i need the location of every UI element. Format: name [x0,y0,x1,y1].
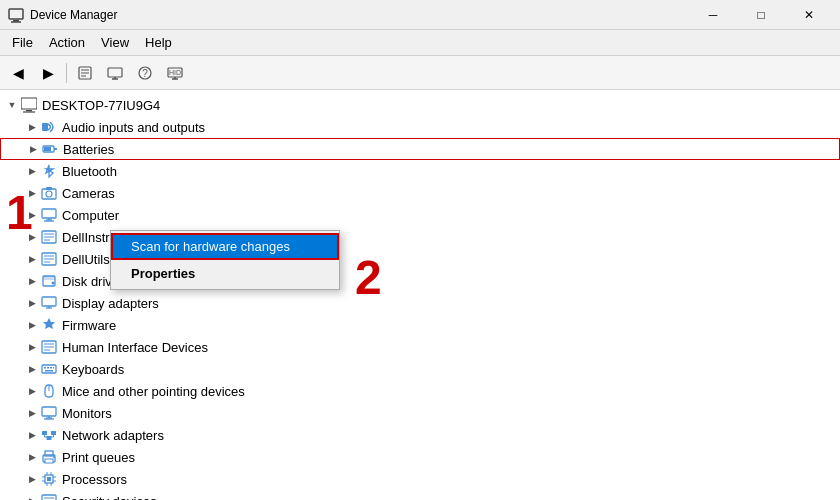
svg-rect-21 [54,148,57,150]
display-icon [40,294,58,312]
svg-rect-22 [44,147,51,151]
svg-rect-19 [42,123,48,131]
help-button[interactable]: ? [131,60,159,86]
bluetooth-label: Bluetooth [62,164,117,179]
svg-text:?: ? [142,68,148,79]
svg-rect-17 [26,110,32,111]
menu-help[interactable]: Help [137,32,180,53]
expand-firmware[interactable]: ▶ [24,317,40,333]
expand-monitors[interactable]: ▶ [24,405,40,421]
svg-rect-26 [42,209,56,218]
expand-audio[interactable]: ▶ [24,119,40,135]
svg-rect-41 [42,297,56,306]
expand-root[interactable]: ▼ [4,97,20,113]
context-menu-scan[interactable]: Scan for hardware changes [111,233,339,260]
processor-icon [40,470,58,488]
tree-item-mice[interactable]: ▶ Mice and other pointing devices [0,380,840,402]
context-menu: Scan for hardware changes Properties [110,230,340,290]
root-label: DESKTOP-77IU9G4 [42,98,160,113]
camera-icon [40,184,58,202]
tree-item-computer[interactable]: ▶ Computer [0,204,840,226]
tree-item-batteries[interactable]: ▶ Batteries [0,138,840,160]
audio-icon [40,118,58,136]
svg-rect-59 [42,431,47,435]
svg-rect-71 [47,477,51,481]
svg-rect-51 [50,367,52,369]
tree-item-monitors[interactable]: ▶ Monitors [0,402,840,424]
svg-rect-49 [44,367,46,369]
maximize-button[interactable]: □ [738,0,784,30]
menu-bar: File Action View Help [0,30,840,56]
firmware-icon [40,316,58,334]
svg-text:HID: HID [169,69,181,76]
keyboards-label: Keyboards [62,362,124,377]
properties-button[interactable] [71,60,99,86]
tree-item-hid[interactable]: ▶ Human Interface Devices [0,336,840,358]
update-driver-button[interactable] [101,60,129,86]
tree-item-audio[interactable]: ▶ Audio inputs and outputs [0,116,840,138]
keyboard-icon [40,360,58,378]
expand-delinst[interactable]: ▶ [24,229,40,245]
minimize-button[interactable]: ─ [690,0,736,30]
main-area: 1 ▼ DESKTOP-77IU9G4 ▶ [0,90,840,500]
network-label: Network adapters [62,428,164,443]
mouse-icon [40,382,58,400]
tree-item-processors[interactable]: ▶ Processors [0,468,840,490]
monitor-icon [40,404,58,422]
svg-rect-52 [53,367,54,369]
show-hidden-button[interactable]: HID [161,60,189,86]
svg-rect-39 [43,276,55,280]
tree-item-print[interactable]: ▶ Print queues [0,446,840,468]
security-icon [40,492,58,500]
expand-keyboards[interactable]: ▶ [24,361,40,377]
menu-view[interactable]: View [93,32,137,53]
tree-item-security[interactable]: ▶ Security devices [0,490,840,500]
monitors-label: Monitors [62,406,112,421]
expand-network[interactable]: ▶ [24,427,40,443]
computer-label: Computer [62,208,119,223]
tree-root[interactable]: ▼ DESKTOP-77IU9G4 [0,94,840,116]
svg-point-40 [52,282,55,285]
delinst-icon [40,228,58,246]
dellutils-label: DellUtils [62,252,110,267]
expand-security[interactable]: ▶ [24,493,40,500]
expand-hid[interactable]: ▶ [24,339,40,355]
bluetooth-icon [40,162,58,180]
tree-item-network[interactable]: ▶ Network adapters [0,424,840,446]
expand-display[interactable]: ▶ [24,295,40,311]
close-button[interactable]: ✕ [786,0,832,30]
context-menu-properties[interactable]: Properties [111,260,339,287]
network-icon [40,426,58,444]
firmware-label: Firmware [62,318,116,333]
computer-icon [20,96,38,114]
device-tree[interactable]: 1 ▼ DESKTOP-77IU9G4 ▶ [0,90,840,500]
expand-dellutils[interactable]: ▶ [24,251,40,267]
menu-action[interactable]: Action [41,32,93,53]
expand-bluetooth[interactable]: ▶ [24,163,40,179]
tree-item-display[interactable]: ▶ Display adapters [0,292,840,314]
tree-item-bluetooth[interactable]: ▶ Bluetooth [0,160,840,182]
hid-label: Human Interface Devices [62,340,208,355]
expand-mice[interactable]: ▶ [24,383,40,399]
tree-item-cameras[interactable]: ▶ Cameras [0,182,840,204]
window-title: Device Manager [30,8,690,22]
disk-icon [40,272,58,290]
expand-print[interactable]: ▶ [24,449,40,465]
svg-point-24 [46,191,52,197]
forward-button[interactable]: ▶ [34,60,62,86]
toolbar-separator-1 [66,63,67,83]
expand-cameras[interactable]: ▶ [24,185,40,201]
tree-item-firmware[interactable]: ▶ Firmware [0,314,840,336]
expand-diskdrives[interactable]: ▶ [24,273,40,289]
toolbar: ◀ ▶ ? HID [0,56,840,90]
svg-rect-55 [42,407,56,416]
svg-rect-68 [45,459,53,463]
expand-processors[interactable]: ▶ [24,471,40,487]
hid-icon [40,338,58,356]
title-bar: Device Manager ─ □ ✕ [0,0,840,30]
tree-item-keyboards[interactable]: ▶ Keyboards [0,358,840,380]
expand-batteries[interactable]: ▶ [25,141,41,157]
back-button[interactable]: ◀ [4,60,32,86]
expand-computer[interactable]: ▶ [24,207,40,223]
menu-file[interactable]: File [4,32,41,53]
